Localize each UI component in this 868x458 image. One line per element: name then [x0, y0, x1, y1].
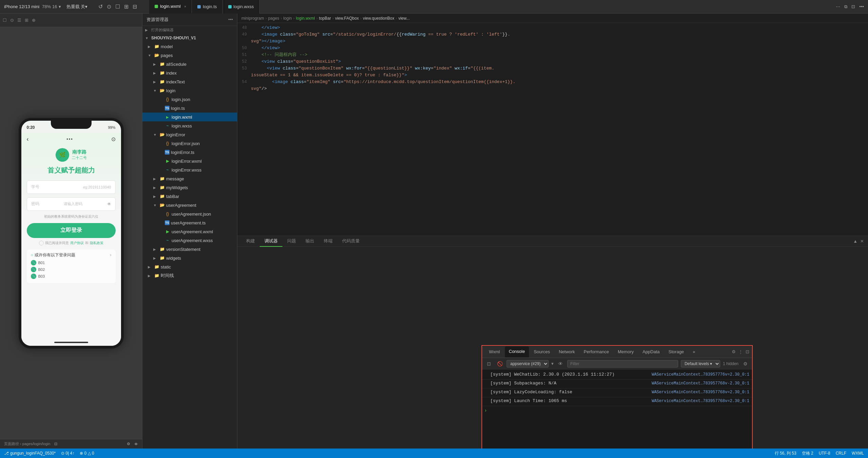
tab-close-btn[interactable]: × — [184, 4, 186, 8]
tree-index-folder[interactable]: ▶ 📁 index — [142, 68, 237, 77]
phone-toolbar-icon5[interactable]: ⊕ — [32, 18, 36, 23]
agreement-checkbox[interactable] — [39, 241, 44, 245]
dt-clear-icon[interactable]: 🚫 — [496, 360, 504, 368]
wxss-icon: ~ — [165, 123, 170, 128]
dt-tab-wxml[interactable]: Wxml — [485, 346, 504, 357]
section-open-editors[interactable]: ▶ 打开的编辑器 — [142, 26, 237, 34]
tree-pages-folder[interactable]: ▼ 📂 pages — [142, 51, 237, 60]
dt-options-icon[interactable]: ⋮ — [738, 349, 743, 354]
breadcrumb-part: login.wxml — [296, 16, 315, 21]
tree-loginerror-ts[interactable]: TS loginError.ts — [142, 148, 237, 157]
tree-useragreement-wxml[interactable]: ▶ userAgreement.wxml — [142, 227, 237, 236]
status-branch[interactable]: ⎇ gungun_loginFAQ_0530* — [4, 451, 56, 456]
phone-toolbar-icon1[interactable]: ☐ — [3, 18, 7, 23]
phone-back-btn[interactable]: ‹ — [27, 136, 29, 143]
phone-login-btn[interactable]: 立即登录 — [27, 223, 116, 238]
source-link-4[interactable]: WAServiceMainContext…783957768v=2.30_0:1 — [652, 399, 749, 403]
dt-tab-more[interactable]: » — [689, 346, 699, 357]
tab-build[interactable]: 构建 — [241, 236, 260, 247]
tab-login-wxml[interactable]: login.wxml × — [149, 0, 192, 14]
tab-login-wxss[interactable]: login.wxss — [223, 0, 260, 14]
phone-record-btn[interactable]: ⊙ — [111, 136, 116, 142]
dt-tab-network[interactable]: Network — [555, 346, 579, 357]
dt-tab-storage[interactable]: Storage — [665, 346, 688, 357]
eye-icon[interactable]: 👁 — [107, 202, 111, 206]
tree-loginerror-folder[interactable]: ▼ 📂 loginError — [142, 130, 237, 139]
section-label: SHOUYIV2-SHOUYI_V1 — [151, 36, 196, 40]
source-link-1[interactable]: WAServiceMainContext…783957776v=2.30_0:1 — [652, 372, 749, 377]
tree-message-folder[interactable]: ▶ 📁 message — [142, 174, 237, 183]
tree-model-folder[interactable]: ▶ 📁 model — [142, 42, 237, 51]
expand-icon[interactable]: ⊡ — [851, 4, 855, 9]
settings-btn[interactable]: ⚙ — [127, 442, 130, 446]
menu-dots[interactable]: ••• — [859, 4, 864, 9]
device-selector[interactable]: iPhone 12/13 mini 78% 16 ▾ — [4, 4, 61, 9]
split-icon[interactable]: ⊟ — [133, 3, 137, 10]
tree-mywidgets-folder[interactable]: ▶ 📁 myWidgets — [142, 183, 237, 192]
tree-login-json[interactable]: {} login.json — [142, 95, 237, 104]
phone-toolbar-icon2[interactable]: ⊙ — [10, 18, 14, 23]
source-link-3[interactable]: WAServiceMainContext…783957768v=2.30_0:1 — [652, 390, 749, 395]
section-project[interactable]: ▼ SHOUYIV2-SHOUYI_V1 — [142, 34, 237, 42]
phone-toolbar-icon3[interactable]: ☰ — [17, 18, 21, 23]
more-icon[interactable]: ⋯ — [836, 4, 840, 9]
tree-static-folder[interactable]: ▶ 📁 static — [142, 262, 237, 271]
source-link-2[interactable]: WAServiceMainContext…783957768v-2.30_0:1 — [652, 381, 749, 386]
layout-icon[interactable]: ⊞ — [124, 3, 129, 10]
code-editor[interactable]: 48 </view> 49 <image class="goToImg" src… — [237, 23, 868, 236]
dt-eye-icon[interactable]: 👁 — [556, 360, 565, 368]
panel-expand-btn[interactable]: ▲ — [853, 239, 857, 244]
tree-widgets-folder[interactable]: ▶ 📁 widgets — [142, 254, 237, 262]
copy-path-btn[interactable]: ⊡ — [54, 442, 57, 446]
eye-toggle-btn[interactable]: 👁 — [134, 442, 138, 446]
tree-loginerror-json[interactable]: {} loginError.json — [142, 139, 237, 148]
dt-settings2-icon[interactable]: ⚙ — [741, 360, 749, 368]
explorer-more-btn[interactable]: ••• — [228, 17, 233, 22]
dt-maximize-icon[interactable]: ⊡ — [746, 349, 749, 354]
tree-indextext-folder[interactable]: ▶ 📁 indexText — [142, 77, 237, 86]
tree-loginerror-wxml[interactable]: ▶ loginError.wxml — [142, 157, 237, 165]
console-input[interactable] — [489, 408, 749, 413]
tab-output[interactable]: 输出 — [301, 236, 319, 247]
tab-problems[interactable]: 问题 — [282, 236, 301, 247]
refresh-icon[interactable]: ↺ — [98, 3, 103, 10]
dt-tab-memory[interactable]: Memory — [614, 346, 638, 357]
tree-login-wxss[interactable]: ~ login.wxss — [142, 121, 237, 130]
phone-password-input[interactable]: 密码 请输入密码 👁 — [27, 197, 116, 211]
tree-loginerror-wxss[interactable]: ~ loginError.wxss — [142, 165, 237, 174]
dt-tab-sources[interactable]: Sources — [530, 346, 554, 357]
phone-toolbar-icon4[interactable]: ⊞ — [25, 18, 28, 23]
tab-terminal[interactable]: 终端 — [319, 236, 337, 247]
tree-login-wxml[interactable]: ▶ login.wxml — [142, 113, 237, 121]
tree-useragreement-ts[interactable]: TS userAgreement.ts — [142, 218, 237, 227]
devtools-console[interactable]: [system] WeChatLib: 2.30.0 (2023.1.16 11… — [482, 370, 752, 449]
panel-close-btn[interactable]: ✕ — [860, 239, 864, 244]
stop-icon[interactable]: ⊙ — [107, 3, 111, 10]
dt-appservice-select[interactable]: appservice (#29) — [507, 360, 549, 367]
dt-tab-performance[interactable]: Performance — [580, 346, 613, 357]
phone-student-input[interactable]: 学号 eg:20191110040 — [27, 180, 116, 194]
tab-login-ts[interactable]: login.ts — [192, 0, 222, 14]
tab-debugger[interactable]: 调试器 — [260, 236, 282, 247]
phone-icon[interactable]: ☐ — [115, 3, 120, 10]
tab-codequality[interactable]: 代码质量 — [337, 236, 364, 247]
dt-settings-icon[interactable]: ⚙ — [732, 349, 736, 354]
phone-menu-btn[interactable]: ••• — [66, 137, 73, 142]
dt-levels-select[interactable]: Default levels ▾ — [681, 360, 720, 367]
tree-versionstatement-folder[interactable]: ▶ 📁 versionStatement — [142, 245, 237, 254]
hotreload-btn[interactable]: 热重载 关▾ — [66, 4, 88, 10]
tree-useragreement-wxss[interactable]: ~ userAgreement.wxss — [142, 236, 237, 245]
split-editor-icon[interactable]: ⧉ — [844, 4, 847, 9]
tree-timeline-folder[interactable]: ▶ 📁 时间线 — [142, 271, 237, 280]
dt-tab-appdata[interactable]: AppData — [638, 346, 664, 357]
tree-tabbar-folder[interactable]: ▶ 📁 tabBar — [142, 192, 237, 201]
tree-login-folder[interactable]: ▼ 📂 login — [142, 86, 237, 95]
tree-useragreement-json[interactable]: {} userAgreement.json — [142, 210, 237, 218]
dt-tab-console[interactable]: Console — [505, 346, 529, 357]
phone-trouble-title[interactable]: ○ 或许你有以下登录问题 › — [31, 252, 112, 258]
tree-useragreement-folder[interactable]: ▼ 📂 userAgreement — [142, 201, 237, 210]
tree-login-ts[interactable]: TS login.ts — [142, 104, 237, 113]
dt-filter-input[interactable] — [567, 360, 678, 367]
dt-inspect-icon[interactable]: ⊡ — [485, 360, 493, 368]
tree-allscedule-folder[interactable]: ▶ 📁 allScedule — [142, 60, 237, 68]
